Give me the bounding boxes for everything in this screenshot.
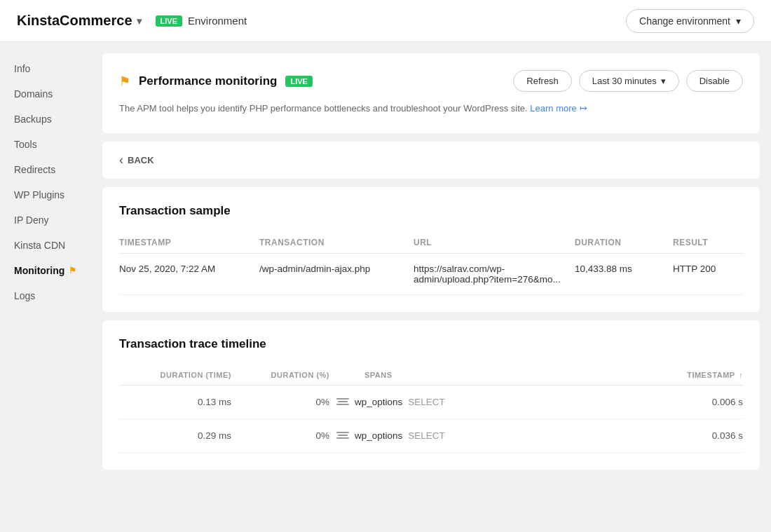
sidebar-item-redirects-label: Redirects bbox=[14, 164, 55, 175]
sidebar-item-redirects[interactable]: Redirects bbox=[0, 157, 91, 182]
sidebar-item-kinsta-cdn-label: Kinsta CDN bbox=[14, 240, 65, 251]
sidebar-item-ip-deny-label: IP Deny bbox=[14, 214, 49, 226]
back-navigation[interactable]: ‹ BACK bbox=[102, 142, 760, 179]
col-timestamp: Timestamp bbox=[119, 238, 259, 247]
refresh-button[interactable]: Refresh bbox=[513, 70, 572, 92]
monitoring-active-icon: ⚑ bbox=[69, 266, 76, 275]
trace-cell-timestamp-1: 0.006 s bbox=[659, 397, 743, 407]
trace-col-duration-pct: DURATION (%) bbox=[231, 371, 329, 379]
change-environment-button[interactable]: Change environment ▾ bbox=[626, 9, 754, 33]
logo: KinstaCommerce ▾ bbox=[17, 13, 142, 29]
sidebar-item-wp-plugins-label: WP Plugins bbox=[14, 189, 64, 200]
main-content: ⚑ Performance monitoring LIVE Refresh La… bbox=[91, 42, 771, 532]
col-result: Result bbox=[673, 238, 743, 247]
trace-col-duration-time: DURATION (TIME) bbox=[119, 371, 231, 379]
trace-cell-span-1: wp_options SELECT bbox=[329, 397, 659, 407]
sidebar-item-ip-deny[interactable]: IP Deny bbox=[0, 207, 91, 233]
logo-text: KinstaCommerce bbox=[17, 13, 132, 29]
sidebar-item-kinsta-cdn[interactable]: Kinsta CDN bbox=[0, 233, 91, 258]
sidebar-item-info[interactable]: Info bbox=[0, 56, 91, 81]
back-label: BACK bbox=[128, 155, 154, 165]
trace-cell-span-2: wp_options SELECT bbox=[329, 430, 659, 441]
trace-cell-duration-pct-1: 0% bbox=[231, 397, 329, 407]
span-type-2: SELECT bbox=[408, 430, 445, 441]
col-url: URL bbox=[414, 238, 575, 247]
perf-monitoring-icon: ⚑ bbox=[119, 74, 130, 89]
perf-live-badge: LIVE bbox=[285, 76, 312, 87]
sidebar-item-logs-label: Logs bbox=[14, 290, 35, 301]
perf-monitoring-title: Performance monitoring bbox=[139, 74, 277, 88]
trace-cell-duration-time-1: 0.13 ms bbox=[119, 397, 231, 407]
perf-description: The APM tool helps you identify PHP perf… bbox=[119, 102, 743, 116]
trace-col-spans: SPANS bbox=[329, 371, 659, 379]
db-icon-2 bbox=[336, 432, 349, 439]
sidebar: Info Domains Backups Tools Redirects WP … bbox=[0, 42, 91, 532]
change-env-chevron-icon: ▾ bbox=[736, 15, 741, 27]
header-env-label: Environment bbox=[188, 15, 247, 27]
trace-row: 0.13 ms 0% wp_options SELECT 0.006 s bbox=[119, 386, 743, 419]
cell-url: https://salrav.com/wp-admin/upload.php?i… bbox=[414, 264, 575, 285]
sidebar-item-monitoring[interactable]: Monitoring ⚑ bbox=[0, 258, 91, 283]
perf-monitoring-header: ⚑ Performance monitoring LIVE Refresh La… bbox=[119, 70, 743, 92]
performance-monitoring-card: ⚑ Performance monitoring LIVE Refresh La… bbox=[102, 53, 760, 133]
transaction-table-header: Timestamp Transaction URL Duration Resul… bbox=[119, 232, 743, 254]
cell-result: HTTP 200 bbox=[673, 264, 743, 274]
sidebar-item-backups-label: Backups bbox=[14, 114, 52, 125]
learn-more-icon: ↦ bbox=[580, 102, 587, 116]
sort-indicator: ↑ bbox=[739, 371, 743, 379]
table-row: Nov 25, 2020, 7:22 AM /wp-admin/admin-aj… bbox=[119, 254, 743, 295]
transaction-sample-title: Transaction sample bbox=[119, 204, 743, 218]
span-type-1: SELECT bbox=[408, 397, 445, 407]
sidebar-item-backups[interactable]: Backups bbox=[0, 107, 91, 132]
disable-button[interactable]: Disable bbox=[686, 70, 743, 92]
sidebar-item-domains[interactable]: Domains bbox=[0, 81, 91, 107]
sidebar-item-logs[interactable]: Logs bbox=[0, 283, 91, 308]
header: KinstaCommerce ▾ LIVE Environment Change… bbox=[0, 0, 771, 42]
back-arrow-icon: ‹ bbox=[119, 153, 123, 168]
cell-duration: 10,433.88 ms bbox=[575, 264, 673, 274]
sidebar-item-monitoring-label: Monitoring bbox=[14, 265, 64, 276]
sidebar-item-info-label: Info bbox=[14, 63, 30, 74]
header-live-badge: LIVE bbox=[156, 15, 182, 27]
layout: Info Domains Backups Tools Redirects WP … bbox=[0, 42, 771, 532]
trace-cell-duration-pct-2: 0% bbox=[231, 430, 329, 441]
trace-timeline-card: Transaction trace timeline DURATION (TIM… bbox=[102, 320, 760, 470]
trace-cell-timestamp-2: 0.036 s bbox=[659, 430, 743, 441]
sidebar-item-domains-label: Domains bbox=[14, 88, 53, 100]
sidebar-item-wp-plugins[interactable]: WP Plugins bbox=[0, 182, 91, 207]
col-duration: Duration bbox=[575, 238, 673, 247]
trace-col-timestamp: TIMESTAMP ↑ bbox=[659, 371, 743, 379]
col-transaction: Transaction bbox=[259, 238, 414, 247]
span-name-1: wp_options bbox=[355, 397, 402, 407]
perf-actions: Refresh Last 30 minutes ▾ Disable bbox=[513, 70, 743, 92]
learn-more-link[interactable]: Learn more ↦ bbox=[530, 102, 587, 116]
cell-timestamp: Nov 25, 2020, 7:22 AM bbox=[119, 264, 259, 274]
cell-transaction: /wp-admin/admin-ajax.php bbox=[259, 264, 414, 274]
db-icon-1 bbox=[336, 398, 349, 405]
trace-row: 0.29 ms 0% wp_options SELECT 0.036 s bbox=[119, 419, 743, 453]
trace-timeline-title: Transaction trace timeline bbox=[119, 337, 743, 351]
time-range-button[interactable]: Last 30 minutes ▾ bbox=[579, 70, 679, 92]
trace-cell-duration-time-2: 0.29 ms bbox=[119, 430, 231, 441]
transaction-sample-card: Transaction sample Timestamp Transaction… bbox=[102, 187, 760, 312]
time-range-chevron-icon: ▾ bbox=[661, 76, 666, 86]
sidebar-item-tools-label: Tools bbox=[14, 139, 37, 150]
trace-table-header: DURATION (TIME) DURATION (%) SPANS TIMES… bbox=[119, 365, 743, 386]
sidebar-item-tools[interactable]: Tools bbox=[0, 132, 91, 157]
span-name-2: wp_options bbox=[355, 430, 402, 441]
logo-chevron-icon[interactable]: ▾ bbox=[137, 15, 142, 27]
